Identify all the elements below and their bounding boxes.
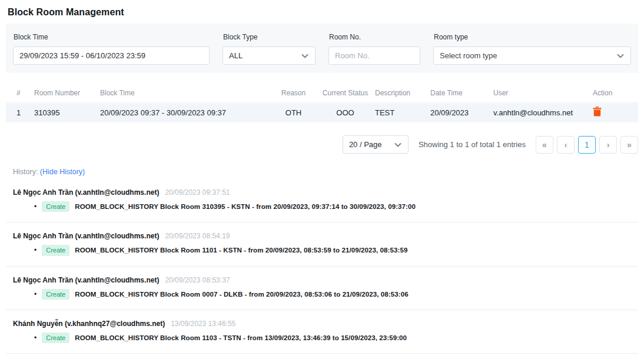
history-header: History: (Hide History) (6, 168, 638, 176)
room-type-field: Room type Select room type (433, 31, 631, 65)
page-1-button[interactable]: 1 (578, 136, 596, 154)
block-type-value: ALL (229, 51, 243, 60)
history-entry: Lê Ngọc Anh Trần (v.anhtln@cloudhms.net)… (6, 227, 638, 266)
history-user-name: Lê Ngọc Anh Trần (v.anhtln@cloudhms.net) (13, 232, 159, 240)
create-badge: Create (42, 289, 69, 300)
next-page-icon: › (607, 140, 610, 149)
hide-history-link[interactable]: (Hide History) (40, 168, 85, 176)
cell-description: TEST (375, 108, 430, 117)
block-room-management-page: Block Room Management Block Time Block T… (0, 0, 644, 359)
room-no-input-wrap (328, 46, 420, 65)
room-no-label: Room No. (329, 33, 420, 41)
history-timestamp: 20/09/2023 08:53:37 (165, 276, 230, 284)
history-detail: ROOM_BLOCK_HISTORY Block Room 1103 - TST… (75, 334, 407, 341)
table-header: # Room Number Block Time Reason Current … (6, 84, 638, 102)
history-timestamp: 20/09/2023 09:37:51 (165, 188, 230, 197)
cell-room-number: 310395 (34, 108, 100, 117)
history-section: History: (Hide History) Lê Ngọc Anh Trần… (6, 168, 638, 359)
col-header-user: User (493, 89, 593, 97)
cell-index: 1 (16, 108, 34, 117)
pagination-bar: 20 / Page Showing 1 to 1 of total 1 entr… (0, 135, 638, 154)
create-badge: Create (42, 245, 69, 255)
room-no-input[interactable] (335, 51, 414, 60)
block-time-input-wrap (13, 46, 210, 65)
page-title: Block Room Management (0, 0, 644, 24)
col-header-index: # (16, 89, 34, 97)
prev-page-icon: ‹ (565, 140, 567, 149)
block-time-field: Block Time (13, 31, 210, 65)
col-header-block-time: Block Time (100, 89, 271, 97)
page-size-value: 20 / Page (349, 140, 382, 149)
block-time-label: Block Time (14, 33, 210, 41)
create-badge: Create (42, 201, 69, 212)
last-page-button[interactable]: » (620, 136, 638, 154)
block-type-label: Block Type (223, 33, 316, 41)
bullet-icon: • (34, 203, 36, 210)
history-entry: Khánh Nguyễn (v.khanhnq27@cloudhms.net)1… (6, 314, 638, 354)
last-page-icon: » (627, 140, 632, 149)
col-header-room-number: Room Number (34, 89, 100, 97)
history-timestamp: 20/09/2023 08:54:19 (165, 232, 230, 240)
block-room-table: # Room Number Block Time Reason Current … (6, 84, 638, 122)
create-badge: Create (42, 333, 69, 343)
first-page-button[interactable]: « (536, 136, 553, 154)
bullet-icon: • (34, 334, 36, 341)
col-header-description: Description (375, 89, 430, 97)
bullet-icon: • (34, 247, 36, 254)
cell-block-time: 20/09/2023 09:37 - 30/09/2023 09:37 (100, 108, 271, 117)
history-detail: ROOM_BLOCK_HISTORY Block Room 0007 - DLK… (75, 291, 408, 298)
history-timestamp: 13/09/2023 13:46:55 (171, 320, 235, 328)
col-header-reason: Reason (271, 89, 316, 97)
history-label: History: (13, 168, 38, 176)
chevron-down-icon (394, 141, 402, 149)
pagination-summary: Showing 1 to 1 of total 1 entries (419, 140, 526, 149)
table-row: 1 310395 20/09/2023 09:37 - 30/09/2023 0… (6, 102, 638, 122)
first-page-icon: « (542, 140, 547, 149)
col-header-current-status: Current Status (316, 89, 375, 97)
history-detail: ROOM_BLOCK_HISTORY Block Room 1101 - KST… (75, 247, 407, 254)
history-user-name: Lê Ngọc Anh Trần (v.anhtln@cloudhms.net) (13, 276, 159, 284)
room-type-value: Select room type (440, 51, 497, 60)
prev-page-button[interactable]: ‹ (557, 136, 575, 154)
bullet-icon: • (34, 291, 36, 298)
cell-current-status: OOO (316, 108, 375, 117)
room-type-select[interactable]: Select room type (433, 46, 631, 65)
cell-reason: OTH (271, 108, 316, 117)
block-time-input[interactable] (19, 51, 203, 60)
room-type-label: Room type (434, 33, 631, 41)
room-no-field: Room No. (328, 31, 420, 65)
col-header-date-time: Date Time (430, 89, 493, 97)
chevron-down-icon (616, 52, 625, 60)
cell-date-time: 20/09/2023 (430, 108, 493, 117)
history-detail: ROOM_BLOCK_HISTORY Block Room 310395 - K… (75, 203, 416, 210)
page-size-select[interactable]: 20 / Page (343, 135, 409, 154)
cell-user: v.anhtln@cloudhms.net (493, 108, 593, 117)
history-entry: Lê Ngọc Anh Trần (v.anhtln@cloudhms.net)… (6, 183, 638, 222)
history-user-name: Khánh Nguyễn (v.khanhnq27@cloudhms.net) (13, 320, 165, 328)
block-type-field: Block Type ALL (223, 31, 316, 65)
delete-trash-icon[interactable] (593, 107, 602, 117)
col-header-action: Action (593, 89, 638, 97)
history-entry: Lê Ngọc Anh Trần (v.anhtln@cloudhms.net)… (6, 271, 638, 310)
history-user-name: Lê Ngọc Anh Trần (v.anhtln@cloudhms.net) (13, 188, 159, 197)
pagination-buttons: « ‹ 1 › » (536, 136, 638, 154)
next-page-button[interactable]: › (599, 136, 617, 154)
block-type-select[interactable]: ALL (223, 46, 316, 65)
chevron-down-icon (301, 52, 309, 60)
filter-panel: Block Time Block Type ALL Room No. Room … (6, 24, 638, 73)
